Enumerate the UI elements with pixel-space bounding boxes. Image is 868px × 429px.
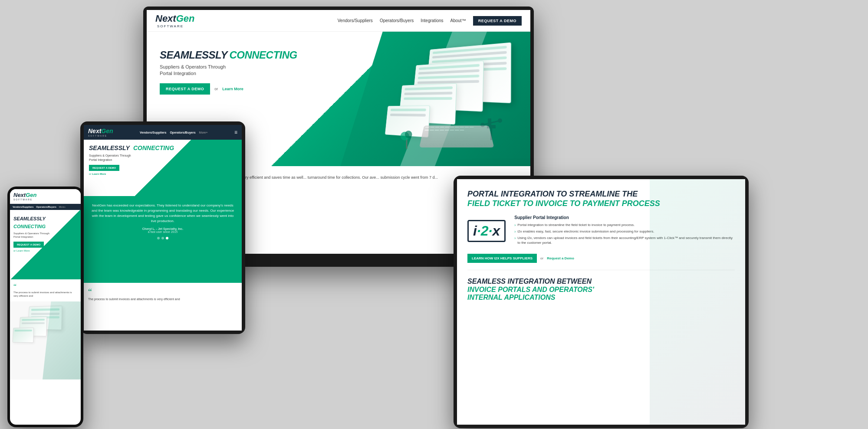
i2x-learn-button[interactable]: Learn how i2x helps Suppliers [467, 254, 537, 263]
hero-buttons: Request a Demo or Learn More [160, 83, 297, 95]
tablet-carousel-dots [91, 237, 235, 239]
tablet-logo-gen: Gen [101, 128, 113, 134]
tablet-demo-button[interactable]: Request a Demo [89, 165, 119, 171]
i2x-bullet-text-1: Portal integration to streamline the fie… [517, 223, 635, 227]
svg-rect-4 [487, 125, 496, 128]
desktop-logo: Next Gen SOFTWARE [155, 13, 194, 28]
mobile-nav-more[interactable]: More+ [59, 206, 66, 208]
mobile-learn-link[interactable]: or Learn More [13, 249, 77, 252]
mobile-logo-software: SOFTWARE [13, 198, 77, 201]
tablet-logo-next: Next [88, 128, 101, 134]
mobile-header: Next Gen SOFTWARE [10, 189, 81, 204]
mobile-screen: Next Gen SOFTWARE Vendors/Suppliers Oper… [10, 189, 81, 425]
tablet-nav-vendors[interactable]: Vendors/Suppliers [140, 131, 166, 134]
mobile-hero-title2: CONNECTING [13, 224, 46, 229]
mobile-logo-gen: Gen [26, 192, 36, 198]
tablet-hero-title2: CONNECTING [133, 144, 174, 151]
tablet-quote-mark-icon: “ [88, 287, 92, 297]
bullet-arrow-icon-1: › [514, 223, 516, 227]
nav-request-demo[interactable]: REQUEST A DEMO [473, 16, 522, 26]
hero-title-line1: SEAMLESSLY [160, 49, 227, 61]
mobile-hero-subtitle: Suppliers & Operators ThroughPortal Inte… [13, 232, 77, 239]
nav-operators[interactable]: Operators/Buyers [380, 18, 414, 23]
mobile-nav-bar: Vendors/Suppliers Operators/Buyers More+ [10, 204, 81, 210]
oil-pump-icon [478, 105, 504, 140]
desktop-header: Next Gen SOFTWARE Vendors/Suppliers Oper… [147, 10, 530, 32]
nav-about[interactable]: About™ [450, 18, 466, 23]
tablet-right-screen: PORTAL INTEGRATION TO STREAMLINE THE FIE… [457, 179, 745, 425]
tablet-nav-more[interactable]: More+ [199, 131, 208, 134]
svg-point-6 [480, 123, 485, 127]
mobile-nav-operators[interactable]: Operators/Buyers [36, 206, 56, 208]
i2x-logo: i·2·x [467, 220, 506, 242]
tablet-hero-subtitle: Suppliers & Operators ThroughPortal Inte… [89, 154, 237, 162]
tablet-testimonial-text: NextGen has exceeded our expectations. T… [91, 203, 235, 224]
bullet-arrow-icon-2: › [514, 229, 516, 234]
svg-rect-3 [490, 127, 492, 140]
hero-or-text: or [214, 87, 218, 91]
i2x-bullet-text-2: i2x enables easy, fast, secure electroni… [517, 229, 654, 234]
hero-screens-illustration [387, 36, 517, 157]
tablet-bottom-text: The process to submit invoices and attac… [88, 297, 237, 301]
mobile-hero: SEAMLESSLY CONNECTING Suppliers & Operat… [10, 210, 81, 279]
tablet-right-device: PORTAL INTEGRATION TO STREAMLINE THE FIE… [454, 176, 749, 428]
tablet-nav: Vendors/Suppliers Operators/Buyers More+ [140, 131, 208, 134]
bullet-arrow-icon-3: › [514, 236, 516, 240]
desktop-nav: Vendors/Suppliers Operators/Buyers Integ… [338, 16, 522, 26]
mobile-device: Next Gen SOFTWARE Vendors/Suppliers Oper… [7, 187, 83, 427]
svg-rect-8 [488, 118, 491, 125]
nav-vendors[interactable]: Vendors/Suppliers [338, 18, 373, 23]
tablet-hero-title1: SEAMLESSLY [89, 144, 132, 151]
svg-point-2 [405, 131, 412, 138]
right-bg-deco [650, 179, 745, 425]
tablet-logo-software: SOFTWARE [88, 134, 113, 137]
mobile-nav-vendors[interactable]: Vendors/Suppliers [13, 206, 33, 208]
hero-content: SEAMLESSLY CONNECTING Suppliers & Operat… [160, 49, 297, 95]
plant-decoration [400, 127, 413, 149]
dot-2[interactable] [161, 237, 164, 239]
tablet-nav-operators[interactable]: Operators/Buyers [170, 131, 195, 134]
tablet-hero: SEAMLESSLY CONNECTING Suppliers & Operat… [84, 140, 242, 196]
tablet-device: Next Gen SOFTWARE Vendors/Suppliers Oper… [80, 121, 245, 334]
tablet-testimonial-green: NextGen has exceeded our expectations. T… [84, 196, 242, 283]
logo-software: SOFTWARE [157, 24, 194, 28]
dot-1[interactable] [157, 237, 160, 239]
hero-title-line2: CONNECTING [229, 49, 297, 61]
hero-demo-button[interactable]: Request a Demo [160, 83, 210, 95]
tablet-testimonial-author: Cheryl L. - Jet Specialty, Inc. a fast u… [91, 227, 235, 233]
mobile-hero-title1: SEAMLESSLY [13, 216, 46, 221]
mobile-testimonial-text: The process to submit invoices and attac… [13, 291, 77, 298]
hero-learn-more-link[interactable]: Learn More [222, 87, 243, 91]
tablet-bottom-section: “ The process to submit invoices and att… [84, 283, 242, 306]
svg-point-7 [498, 118, 502, 123]
mobile-quote-icon: “ [13, 283, 16, 290]
i2x-or-text: or [540, 256, 543, 260]
tablet-learn-more[interactable]: or Learn More [89, 173, 237, 175]
nav-integrations[interactable]: Integrations [421, 18, 443, 23]
logo-gen: Gen [176, 13, 195, 24]
tablet-header: Next Gen SOFTWARE Vendors/Suppliers Oper… [84, 125, 242, 140]
hero-subtitle: Suppliers & Operators ThroughPortal Inte… [160, 64, 297, 77]
mobile-logo-next: Next [13, 192, 26, 198]
logo-next: Next [155, 13, 176, 24]
tablet-screen: Next Gen SOFTWARE Vendors/Suppliers Oper… [84, 125, 242, 331]
mobile-demo-button[interactable]: Request a Demo [13, 242, 44, 248]
mobile-screens-illustration [10, 301, 81, 380]
i2x-demo-link[interactable]: Request a Demo [547, 256, 574, 260]
mobile-testimonial-section: “ The process to submit invoices and att… [10, 279, 81, 301]
tablet-hamburger-icon[interactable]: ≡ [234, 129, 237, 135]
dot-3[interactable] [166, 237, 168, 239]
